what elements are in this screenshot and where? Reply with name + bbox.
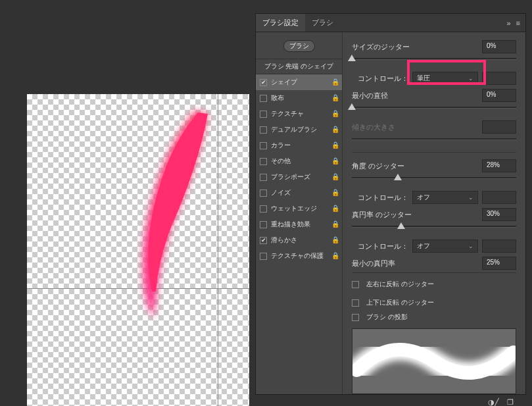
option-6[interactable]: ブラシポーズ🔒 bbox=[256, 169, 342, 185]
roundness-jitter-slider[interactable] bbox=[352, 224, 516, 236]
angle-jitter-label: 角度 のジッター bbox=[352, 161, 477, 171]
option-4[interactable]: カラー🔒 bbox=[256, 138, 342, 153]
option-1[interactable]: 散布🔒 bbox=[256, 90, 342, 106]
option-label: その他 bbox=[271, 157, 331, 166]
chevron-down-icon: ⌄ bbox=[468, 75, 473, 82]
lock-icon[interactable]: 🔒 bbox=[331, 236, 338, 244]
flip-x-checkbox[interactable]: 左右に反転 のジッター bbox=[352, 280, 434, 289]
option-label: 重ね描き効果 bbox=[271, 220, 331, 229]
option-label: ノイズ bbox=[271, 188, 331, 197]
shape-dynamics-controls: サイズのジッター 0% コントロール： 筆圧⌄ 最小の直径 0% bbox=[343, 32, 525, 394]
option-checkbox[interactable] bbox=[260, 79, 267, 86]
control2-dropdown[interactable]: オフ⌄ bbox=[412, 191, 478, 204]
brush-preset-button[interactable]: ブラシ bbox=[283, 40, 315, 52]
canvas[interactable] bbox=[27, 94, 249, 406]
option-checkbox[interactable] bbox=[260, 158, 267, 165]
min-diameter-label: 最小の直径 bbox=[352, 91, 477, 101]
option-3[interactable]: デュアルブラシ🔒 bbox=[256, 122, 342, 138]
chevron-down-icon: ⌄ bbox=[468, 194, 473, 201]
control1-label: コントロール： bbox=[352, 74, 408, 84]
control3-dropdown[interactable]: オフ⌄ bbox=[412, 240, 478, 253]
option-label: テクスチャの保護 bbox=[271, 251, 331, 261]
option-8[interactable]: ウェットエッジ🔒 bbox=[256, 201, 342, 216]
option-label: 滑らかさ bbox=[271, 236, 331, 245]
lock-icon[interactable]: 🔒 bbox=[331, 78, 338, 86]
brush-preview bbox=[352, 328, 516, 394]
lock-icon[interactable]: 🔒 bbox=[331, 110, 338, 118]
control3-label: コントロール： bbox=[352, 241, 408, 251]
size-jitter-slider[interactable] bbox=[352, 56, 516, 68]
new-preset-icon[interactable]: ❐ bbox=[507, 398, 514, 406]
option-checkbox[interactable] bbox=[260, 142, 267, 149]
min-diameter-slider[interactable] bbox=[352, 105, 516, 116]
option-checkbox[interactable] bbox=[260, 126, 267, 134]
option-checkbox[interactable] bbox=[260, 95, 267, 102]
option-9[interactable]: 重ね描き効果🔒 bbox=[256, 216, 342, 232]
brush-settings-panel: ブラシ設定 ブラシ » ≡ ブラシ ブラシ 先端 のシェイプ シェイプ🔒散布🔒テ… bbox=[255, 13, 526, 395]
option-checkbox[interactable] bbox=[260, 221, 267, 228]
panel-header: ブラシ設定 ブラシ » ≡ bbox=[256, 14, 525, 32]
option-checkbox[interactable] bbox=[260, 174, 267, 181]
chevron-down-icon: ⌄ bbox=[468, 243, 473, 249]
lock-icon[interactable]: 🔒 bbox=[331, 220, 338, 228]
lock-icon[interactable]: 🔒 bbox=[331, 126, 338, 134]
option-10[interactable]: 滑らかさ🔒 bbox=[256, 232, 342, 248]
collapse-icon[interactable]: » bbox=[506, 19, 510, 27]
option-0[interactable]: シェイプ🔒 bbox=[256, 74, 342, 90]
angle-jitter-value[interactable]: 28% bbox=[482, 159, 516, 172]
option-5[interactable]: その他🔒 bbox=[256, 153, 342, 169]
option-label: ウェットエッジ bbox=[271, 204, 331, 213]
min-roundness-label: 最小の真円率 bbox=[352, 259, 477, 268]
control3-extra bbox=[482, 240, 516, 253]
lock-icon[interactable]: 🔒 bbox=[331, 205, 338, 213]
option-label: デュアルブラシ bbox=[271, 125, 331, 134]
option-checkbox[interactable] bbox=[260, 190, 267, 197]
roundness-jitter-value[interactable]: 30% bbox=[482, 208, 516, 221]
lock-icon[interactable]: 🔒 bbox=[331, 252, 338, 260]
option-label: ブラシポーズ bbox=[271, 172, 331, 182]
min-roundness-value[interactable]: 25% bbox=[482, 257, 516, 270]
control1-extra bbox=[482, 72, 516, 85]
brush-projection-checkbox[interactable]: ブラシ の投影 bbox=[352, 313, 408, 322]
tab-brush-settings[interactable]: ブラシ設定 bbox=[256, 14, 305, 32]
option-label: カラー bbox=[271, 141, 331, 150]
lock-icon[interactable]: 🔒 bbox=[331, 189, 338, 197]
roundness-jitter-label: 真円率 のジッター bbox=[352, 210, 477, 220]
tilt-scale-label: 傾きの大きさ bbox=[352, 122, 477, 132]
lock-icon[interactable]: 🔒 bbox=[331, 173, 338, 181]
option-label: シェイプ bbox=[271, 78, 331, 87]
menu-icon[interactable]: ≡ bbox=[516, 19, 520, 27]
control1-dropdown[interactable]: 筆圧⌄ bbox=[412, 72, 478, 85]
flip-y-checkbox[interactable]: 上下に反転 のジッター bbox=[352, 298, 434, 307]
min-diameter-value[interactable]: 0% bbox=[482, 89, 516, 102]
lock-icon[interactable]: 🔒 bbox=[331, 157, 338, 165]
tilt-scale-slider bbox=[352, 136, 516, 148]
tab-brushes[interactable]: ブラシ bbox=[305, 14, 340, 32]
options-sidebar: ブラシ ブラシ 先端 のシェイプ シェイプ🔒散布🔒テクスチャ🔒デュアルブラシ🔒カ… bbox=[256, 32, 343, 394]
lock-icon[interactable]: 🔒 bbox=[331, 141, 338, 149]
control2-extra bbox=[482, 191, 516, 204]
option-label: 散布 bbox=[271, 93, 331, 103]
option-11[interactable]: テクスチャの保護🔒 bbox=[256, 248, 342, 264]
angle-jitter-slider[interactable] bbox=[352, 175, 516, 187]
option-label: テクスチャ bbox=[271, 109, 331, 118]
option-checkbox[interactable] bbox=[260, 205, 267, 213]
brush-stroke bbox=[27, 94, 249, 406]
size-jitter-label: サイズのジッター bbox=[352, 42, 477, 52]
size-jitter-value[interactable]: 0% bbox=[482, 40, 516, 53]
lock-icon[interactable]: 🔒 bbox=[331, 94, 338, 102]
tilt-scale-value bbox=[482, 120, 516, 134]
option-7[interactable]: ノイズ🔒 bbox=[256, 185, 342, 201]
option-checkbox[interactable] bbox=[260, 237, 267, 244]
option-checkbox[interactable] bbox=[260, 111, 267, 118]
control2-label: コントロール： bbox=[352, 193, 408, 203]
option-2[interactable]: テクスチャ🔒 bbox=[256, 106, 342, 122]
option-checkbox[interactable] bbox=[260, 253, 267, 260]
brush-tip-shape-label[interactable]: ブラシ 先端 のシェイプ bbox=[256, 59, 342, 74]
toggle-preview-icon[interactable]: ◑╱ bbox=[488, 398, 499, 406]
